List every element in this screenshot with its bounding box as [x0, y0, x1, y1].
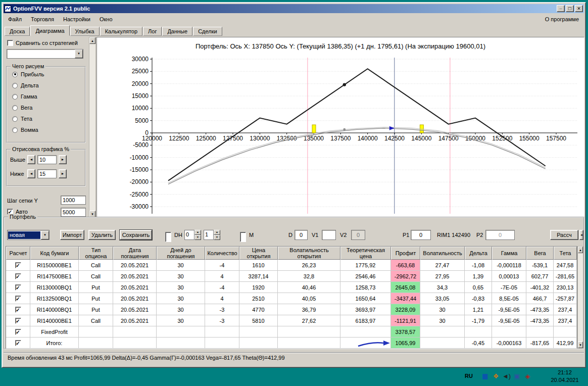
radio-theta[interactable]: Тета	[12, 115, 85, 123]
row-checkbox[interactable]	[15, 307, 21, 313]
row-checkbox[interactable]	[15, 318, 21, 324]
scroll-up-icon[interactable]	[89, 37, 95, 44]
v2-field[interactable]	[351, 230, 365, 240]
tab-diagram[interactable]: Диаграмма	[30, 25, 69, 36]
tray-cube-icon[interactable]: ❖	[492, 372, 500, 380]
dh-spinner-1[interactable]: 0	[184, 230, 201, 240]
spin-down-icon[interactable]	[214, 235, 220, 240]
tab-deals[interactable]: Сделки	[193, 27, 222, 36]
below-increase-button[interactable]	[59, 169, 67, 178]
tab-log[interactable]: Лог	[143, 27, 162, 36]
tray-monitor-icon[interactable]: ▦	[481, 372, 489, 380]
row-checkbox[interactable]	[15, 284, 21, 291]
clock[interactable]: 21:12 20.04.2021	[546, 369, 584, 384]
row-checkbox[interactable]	[15, 273, 21, 279]
panel-scrollbar[interactable]	[89, 37, 96, 218]
above-value-field[interactable]	[37, 155, 57, 164]
delete-button[interactable]: Удалить	[88, 230, 116, 240]
above-decrease-button[interactable]	[27, 155, 35, 164]
maximize-icon[interactable]	[566, 5, 574, 12]
v1-field[interactable]	[322, 230, 336, 240]
row-checkbox-cell[interactable]	[6, 326, 30, 337]
strategy-dropdown[interactable]	[7, 49, 83, 59]
language-indicator[interactable]: RU	[465, 373, 473, 379]
cell-days: 30	[157, 271, 205, 282]
row-checkbox[interactable]	[15, 329, 21, 335]
tab-data[interactable]: Данные	[162, 27, 192, 36]
row-checkbox[interactable]	[15, 262, 21, 268]
radio-icon	[12, 105, 18, 111]
svg-text:137500: 137500	[330, 135, 351, 142]
draw-group: Чего рисуем ПрибыльДельтаГаммаВегаТетаВо…	[6, 66, 86, 143]
menu-item-window[interactable]: Окно	[95, 14, 117, 24]
menu-item-file[interactable]: Файл	[4, 14, 26, 24]
cell-volatility: 27,95	[420, 271, 465, 282]
tab-smile[interactable]: Улыбка	[70, 27, 100, 36]
row-checkbox[interactable]	[15, 296, 21, 302]
radio-vomma[interactable]: Вомма	[12, 126, 85, 134]
menu-about[interactable]: О программе	[540, 14, 584, 24]
radio-gamma[interactable]: Гамма	[12, 92, 85, 101]
cell-volatility: 33,05	[420, 293, 465, 304]
below-decrease-button[interactable]	[27, 169, 35, 178]
menu-item-trade[interactable]: Торговля	[26, 14, 59, 24]
spin-up-icon[interactable]	[194, 230, 201, 235]
below-value-field[interactable]	[37, 169, 57, 178]
d-field[interactable]	[295, 230, 308, 240]
tab-board[interactable]: Доска	[5, 27, 30, 36]
row-checkbox-cell[interactable]	[6, 260, 30, 271]
tab-calculator[interactable]: Калькулятор	[100, 27, 142, 36]
grid-step-field[interactable]	[61, 196, 86, 205]
cell-volatility: 34,3	[420, 282, 465, 293]
tray-chart-icon[interactable]: ▣	[513, 372, 521, 380]
cell-vega: -473,35	[526, 315, 554, 326]
calculate-button[interactable]: Рассч	[550, 230, 578, 240]
m-checkbox[interactable]	[240, 232, 246, 242]
row-checkbox[interactable]	[15, 340, 21, 346]
row-checkbox-cell[interactable]	[6, 282, 30, 293]
toolbar-scroll-left-icon[interactable]	[579, 230, 583, 240]
tray-speaker-icon[interactable]: ◄)	[502, 372, 511, 380]
dh-spinner-2[interactable]: 1	[204, 230, 220, 240]
import-button[interactable]: Импорт	[60, 230, 84, 240]
table-scrollbar[interactable]	[577, 246, 583, 349]
spin-down-icon[interactable]	[194, 235, 201, 240]
menu-item-settings[interactable]: Настройки	[59, 14, 95, 24]
dh-spinner-2-value: 1	[204, 230, 214, 240]
minimize-icon[interactable]	[557, 5, 565, 12]
cell-vega: -401,32	[526, 282, 554, 293]
radio-vega[interactable]: Вега	[12, 104, 85, 112]
save-button[interactable]: Сохранить	[120, 230, 152, 240]
scroll-down-icon[interactable]	[578, 342, 583, 348]
portfolio-preset-dropdown[interactable]: новая	[7, 230, 50, 240]
svg-text:10000: 10000	[132, 105, 149, 112]
scroll-up-icon[interactable]	[578, 247, 583, 253]
radio-profit[interactable]: Прибыль	[12, 70, 85, 78]
row-checkbox-cell[interactable]	[6, 337, 30, 349]
table-row: RI140000BE1Call20.05.202130-3581027,6261…	[6, 315, 577, 326]
compare-strategy-row[interactable]: Сравнить со стратегией	[7, 40, 78, 46]
compare-strategy-checkbox[interactable]	[7, 40, 13, 46]
p2-field[interactable]	[485, 230, 515, 240]
rim-label: RIM1 142490	[437, 230, 470, 240]
titlebar[interactable]: OptionFVV версия 2.1 public	[4, 4, 584, 13]
tray-flag-icon[interactable]: ◈	[523, 372, 532, 380]
p1-field[interactable]	[411, 230, 431, 240]
radio-icon	[12, 116, 18, 122]
spin-up-icon[interactable]	[214, 230, 220, 235]
row-checkbox-cell[interactable]	[6, 304, 30, 315]
auto-step-field[interactable]	[61, 208, 86, 217]
dh-checkbox[interactable]	[165, 232, 171, 242]
cell-code: RI150000BE1	[30, 260, 79, 271]
row-checkbox-cell[interactable]	[6, 293, 30, 304]
chevron-down-icon[interactable]	[75, 50, 83, 58]
above-increase-button[interactable]	[59, 155, 67, 164]
cell-vega: -817,65	[526, 337, 554, 349]
profit-chart[interactable]: 300002500020000150001000050000-5000-1000…	[97, 37, 583, 217]
radio-delta[interactable]: Дельта	[12, 81, 85, 89]
cell-delta: -1,08	[465, 260, 492, 271]
row-checkbox-cell[interactable]	[6, 271, 30, 282]
chevron-down-icon[interactable]	[41, 231, 49, 239]
row-checkbox-cell[interactable]	[6, 315, 30, 326]
close-icon[interactable]	[575, 5, 583, 12]
